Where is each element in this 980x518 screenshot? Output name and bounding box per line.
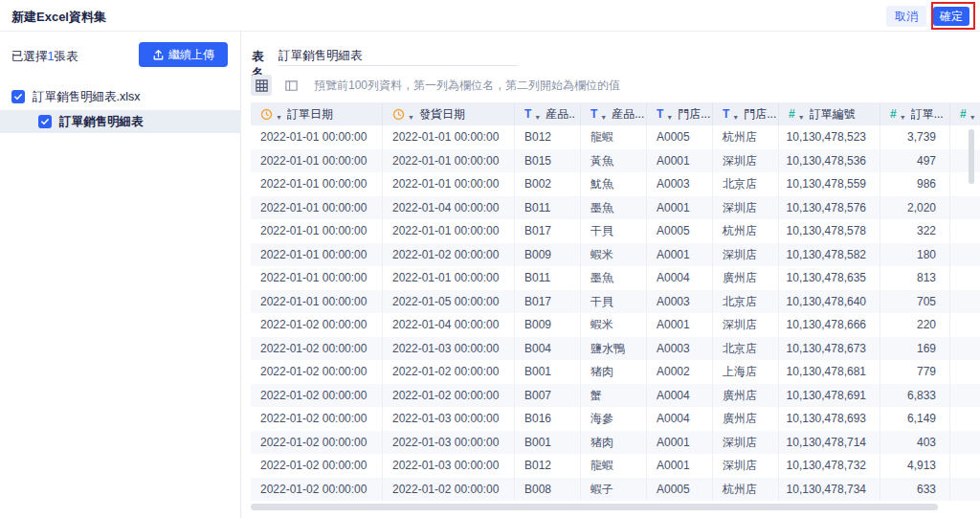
- column-dropdown-caret-icon[interactable]: ▼: [798, 114, 805, 121]
- table-cell: 2,020: [880, 196, 950, 220]
- horizontal-scrollbar[interactable]: [251, 504, 938, 510]
- column-header-産品...[interactable]: T▼産品...: [581, 102, 647, 125]
- table-cell: A0003: [647, 337, 713, 361]
- column-header-發貨日期[interactable]: ▼發貨日期: [383, 102, 515, 125]
- sheet-checkbox-checked[interactable]: [38, 115, 52, 128]
- table-cell: 220: [880, 313, 950, 337]
- table-cell: 龍蝦: [581, 125, 647, 149]
- table-cell: 986: [880, 172, 950, 196]
- table-cell: 4,913: [880, 454, 950, 478]
- table-cell: 杭州店: [713, 219, 779, 243]
- column-dropdown-caret-icon[interactable]: ▼: [732, 114, 739, 121]
- column-dropdown-caret-icon[interactable]: ▼: [534, 114, 541, 121]
- table-cell: 墨魚: [581, 266, 647, 290]
- table-cell: 2022-01-02 00:00:00: [251, 478, 383, 502]
- table-row: 2022-01-02 00:00:002022-01-03 00:00:00B0…: [251, 407, 980, 431]
- table-cell: 2022-01-03 00:00:00: [383, 454, 515, 478]
- table-cell: 杭州店: [713, 478, 779, 502]
- column-header-訂單編號[interactable]: #▼訂單編號: [779, 102, 880, 125]
- vertical-scrollbar[interactable]: [969, 129, 974, 184]
- grid-view-icon: [255, 79, 269, 93]
- table-cell: 蝦子: [581, 478, 647, 502]
- table-cell: B011: [515, 196, 581, 220]
- column-view-icon: [284, 79, 299, 93]
- table-cell: 2022-01-04 00:00:00: [383, 196, 515, 220]
- table-row: 2022-01-02 00:00:002022-01-02 00:00:00B0…: [251, 478, 980, 502]
- confirm-button[interactable]: 確定: [933, 7, 969, 26]
- table-row: 2022-01-01 00:00:002022-01-01 00:00:00B0…: [251, 172, 980, 196]
- table-cell: 2022-01-05 00:00:00: [383, 290, 515, 314]
- column-header-clipped[interactable]: #▼: [950, 102, 980, 125]
- number-type-icon: #: [960, 107, 967, 121]
- table-cell: 蝦米: [581, 313, 647, 337]
- column-dropdown-caret-icon[interactable]: ▼: [666, 114, 673, 121]
- selection-summary-row: 已選擇1張表 繼續上傳: [0, 32, 241, 78]
- table-name-input[interactable]: [278, 45, 518, 66]
- table-cell: A0001: [647, 313, 713, 337]
- column-dropdown-caret-icon[interactable]: ▼: [600, 114, 607, 121]
- continue-upload-button[interactable]: 繼續上傳: [139, 42, 228, 67]
- column-header-産品..[interactable]: T▼産品..: [515, 102, 581, 125]
- table-cell: A0004: [647, 407, 713, 431]
- table-cell: [950, 360, 980, 384]
- table-cell: 廣州店: [713, 384, 779, 408]
- table-cell: [950, 313, 980, 337]
- table-cell: 2022-01-02 00:00:00: [251, 431, 383, 455]
- column-dropdown-caret-icon[interactable]: ▼: [276, 114, 282, 121]
- column-view-button[interactable]: [280, 75, 301, 96]
- selected-count-text: 已選擇1張表: [11, 49, 78, 65]
- column-dropdown-caret-icon[interactable]: ▼: [900, 114, 906, 121]
- cancel-button[interactable]: 取消: [886, 6, 926, 27]
- table-cell: 10,130,478,734: [779, 478, 880, 502]
- table-cell: 2022-01-02 00:00:00: [383, 478, 515, 502]
- column-header-門店...[interactable]: T▼門店...: [713, 102, 779, 125]
- column-header-門店...[interactable]: T▼門店...: [647, 102, 713, 125]
- table-cell: B004: [515, 337, 581, 361]
- table-cell: 322: [880, 219, 950, 243]
- table-cell: 2022-01-02 00:00:00: [251, 407, 383, 431]
- table-cell: A0005: [647, 219, 713, 243]
- column-header-訂單日期[interactable]: ▼訂單日期: [251, 102, 383, 125]
- table-row: 2022-01-01 00:00:002022-01-01 00:00:00B0…: [251, 125, 980, 149]
- table-cell: 深圳店: [713, 149, 779, 173]
- table-cell: 2022-01-02 00:00:00: [383, 360, 515, 384]
- table-cell: 上海店: [713, 360, 779, 384]
- table-cell: 10,130,478,673: [779, 337, 880, 361]
- table-cell: 2022-01-01 00:00:00: [383, 172, 515, 196]
- table-cell: 廣州店: [713, 266, 779, 290]
- table-cell: 蝦米: [581, 243, 647, 267]
- table-cell: 干貝: [581, 290, 647, 314]
- table-cell: 鹽水鴨: [581, 337, 647, 361]
- date-type-icon: [260, 108, 273, 121]
- file-checkbox-checked[interactable]: [11, 90, 25, 103]
- table-cell: 2022-01-02 00:00:00: [251, 313, 383, 337]
- table-row: 2022-01-01 00:00:002022-01-04 00:00:00B0…: [251, 196, 980, 220]
- column-header-label: 訂單日期: [287, 106, 333, 123]
- table-cell: B007: [515, 384, 581, 408]
- table-cell: 10,130,478,732: [779, 454, 880, 478]
- table-cell: B009: [515, 313, 581, 337]
- table-header-row: ▼訂單日期▼發貨日期T▼産品..T▼産品...T▼門店...T▼門店...#▼訂…: [251, 102, 980, 125]
- table-cell: B012: [515, 454, 581, 478]
- table-cell: B012: [515, 125, 581, 149]
- table-cell: 蟹: [581, 384, 647, 408]
- table-cell: 180: [880, 243, 950, 267]
- table-cell: B002: [515, 172, 581, 196]
- table-cell: 魷魚: [581, 172, 647, 196]
- column-header-訂單...[interactable]: #▼訂單...: [880, 102, 950, 125]
- table-cell: [950, 243, 980, 267]
- table-cell: [950, 478, 980, 502]
- table-cell: [950, 337, 980, 361]
- sheet-item-selected[interactable]: 訂單銷售明細表: [0, 110, 241, 133]
- table-cell: 2022-01-01 00:00:00: [251, 266, 383, 290]
- table-row: 2022-01-01 00:00:002022-01-01 00:00:00B0…: [251, 266, 980, 290]
- column-dropdown-caret-icon[interactable]: ▼: [969, 114, 976, 121]
- grid-view-button[interactable]: [251, 75, 272, 96]
- table-cell: [950, 172, 980, 196]
- column-dropdown-caret-icon[interactable]: ▼: [408, 114, 414, 121]
- file-item-xlsx[interactable]: 訂單銷售明細表.xlsx: [0, 85, 241, 108]
- table-cell: 10,130,478,576: [779, 196, 880, 220]
- top-bar: 新建Excel資料集 取消 確定: [0, 0, 980, 32]
- table-cell: B016: [515, 407, 581, 431]
- number-type-icon: #: [789, 107, 795, 121]
